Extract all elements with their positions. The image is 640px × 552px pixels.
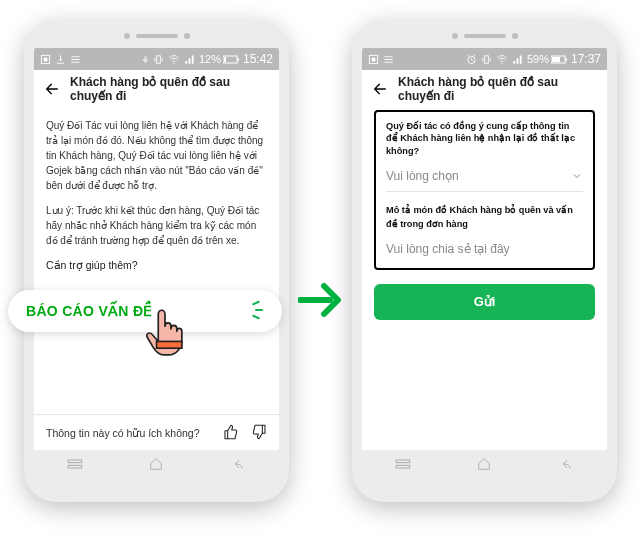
screenshot-icon [40, 54, 51, 65]
description-textarea[interactable]: Vui lòng chia sẻ tại đây [386, 240, 583, 258]
battery-text: 59% [527, 53, 549, 65]
menu-icon [70, 54, 81, 65]
submit-button[interactable]: Gửi [374, 284, 595, 320]
feedback-text: Thông tin này có hữu ích không? [46, 427, 200, 439]
thumbs-up-button[interactable] [223, 424, 239, 442]
svg-rect-17 [565, 58, 567, 61]
status-bar: 12% 15:42 [34, 48, 279, 70]
recent-icon [67, 458, 83, 470]
android-nav [362, 450, 607, 478]
svg-rect-18 [396, 460, 409, 463]
svg-point-3 [173, 62, 174, 63]
arrow-left-icon [44, 81, 60, 97]
paragraph-1: Quý Đối Tác vui lòng liên hệ với Khách h… [46, 118, 267, 193]
svg-rect-19 [396, 465, 409, 468]
recent-icon [395, 458, 411, 470]
select-placeholder: Vui lòng chọn [386, 167, 459, 185]
svg-rect-11 [372, 57, 376, 61]
wifi-icon [496, 54, 508, 65]
page-header: Khách hàng bỏ quên đồ sau chuyến đi [34, 70, 279, 108]
signal-icon [512, 54, 523, 65]
nav-back-button[interactable] [229, 455, 247, 473]
svg-point-14 [501, 62, 502, 63]
phone-right: 59% 17:37 Khách hàng bỏ quên đồ sau chuy… [352, 20, 617, 502]
phone-left: 12% 15:42 Khách hàng bỏ quên đồ sau chuy… [24, 20, 289, 502]
menu-icon [383, 54, 394, 65]
nav-back-icon [559, 457, 573, 471]
svg-rect-8 [68, 465, 81, 468]
svg-rect-6 [237, 58, 239, 61]
tap-spark-icon [250, 304, 264, 318]
nav-recent-button[interactable] [66, 455, 84, 473]
nav-home-button[interactable] [147, 455, 165, 473]
form-body: Quý Đối tác có đồng ý cung cấp thông tin… [362, 108, 607, 450]
vibrate-icon [481, 54, 492, 65]
question-consent: Quý Đối tác có đồng ý cung cấp thông tin… [386, 120, 583, 157]
back-button[interactable] [372, 81, 388, 97]
svg-rect-9 [157, 341, 182, 348]
page-title: Khách hàng bỏ quên đồ sau chuyến đi [398, 75, 597, 103]
battery-icon [551, 55, 567, 64]
nav-recent-button[interactable] [394, 455, 412, 473]
question-description: Mô tả món đồ Khách hàng bỏ quên và vấn đ… [386, 204, 583, 232]
thumbs-down-icon [251, 424, 267, 440]
battery-indicator: 59% [527, 53, 567, 65]
alarm-icon [466, 54, 477, 65]
home-icon [477, 457, 491, 471]
consent-select[interactable]: Vui lòng chọn [386, 167, 583, 185]
wifi-icon [168, 54, 180, 65]
feedback-bar: Thông tin này có hữu ích không? [34, 414, 279, 450]
flow-arrow-icon [298, 280, 342, 320]
paragraph-2: Lưu ý: Trước khi kết thúc đơn hàng, Quý … [46, 203, 267, 248]
submit-label: Gửi [474, 292, 496, 312]
clock: 17:37 [571, 52, 601, 66]
battery-text: 12% [199, 53, 221, 65]
svg-rect-13 [485, 55, 489, 62]
help-label: Cần trợ giúp thêm? [46, 258, 267, 274]
android-nav [34, 450, 279, 478]
svg-rect-2 [157, 55, 161, 62]
screen-right: 59% 17:37 Khách hàng bỏ quên đồ sau chuy… [362, 48, 607, 478]
screen-left: 12% 15:42 Khách hàng bỏ quên đồ sau chuy… [34, 48, 279, 478]
home-icon [149, 457, 163, 471]
thumbs-down-button[interactable] [251, 424, 267, 442]
svg-rect-1 [44, 57, 48, 61]
clock: 15:42 [243, 52, 273, 66]
battery-icon [223, 55, 239, 64]
arrow-left-icon [372, 81, 388, 97]
nav-back-button[interactable] [557, 455, 575, 473]
form-highlight-box: Quý Đối tác có đồng ý cung cấp thông tin… [374, 110, 595, 270]
back-button[interactable] [44, 81, 60, 97]
status-bar: 59% 17:37 [362, 48, 607, 70]
svg-rect-5 [224, 57, 226, 62]
phone-earpiece [124, 33, 190, 39]
vibrate-icon [153, 54, 164, 65]
nav-home-button[interactable] [475, 455, 493, 473]
download-icon [55, 54, 66, 65]
article-body: Quý Đối Tác vui lòng liên hệ với Khách h… [34, 108, 279, 414]
hand-pointer-icon [138, 306, 192, 360]
bluetooth-icon [141, 54, 149, 65]
phone-earpiece [452, 33, 518, 39]
report-issue-label: BÁO CÁO VẤN ĐỀ [26, 303, 153, 319]
divider [386, 191, 583, 192]
screenshot-icon [368, 54, 379, 65]
page-header: Khách hàng bỏ quên đồ sau chuyến đi [362, 70, 607, 108]
textarea-placeholder: Vui lòng chia sẻ tại đây [386, 242, 510, 256]
nav-back-icon [231, 457, 245, 471]
thumbs-up-icon [223, 424, 239, 440]
battery-indicator: 12% [199, 53, 239, 65]
page-title: Khách hàng bỏ quên đồ sau chuyến đi [70, 75, 269, 103]
chevron-down-icon [571, 170, 583, 182]
svg-rect-16 [552, 57, 560, 62]
signal-icon [184, 54, 195, 65]
svg-rect-7 [68, 460, 81, 463]
